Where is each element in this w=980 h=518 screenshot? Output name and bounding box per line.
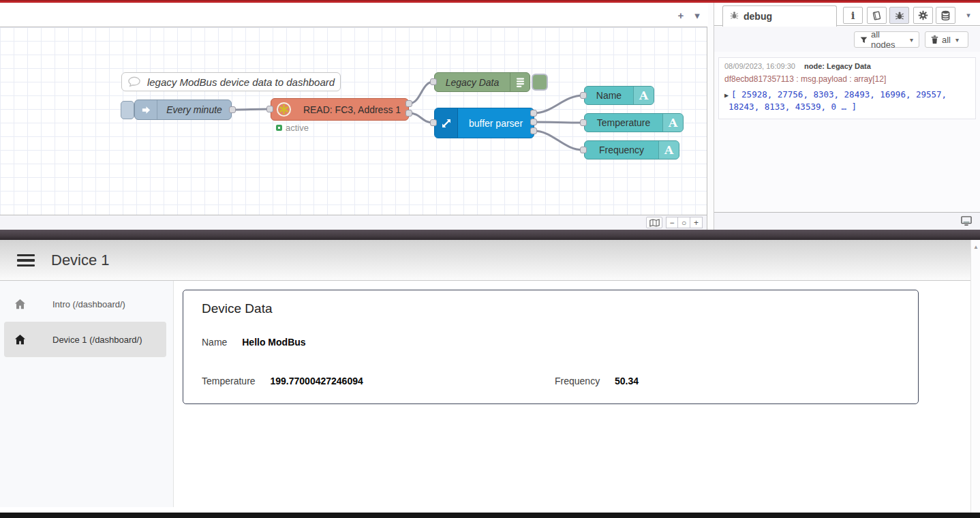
port-temperature-in[interactable] — [580, 119, 587, 126]
ui-text-label: Temperature — [585, 117, 662, 128]
window-divider — [0, 230, 980, 240]
port-parser-out3[interactable] — [530, 127, 537, 134]
port-parser-in[interactable] — [430, 119, 437, 126]
hamburger-menu-icon[interactable] — [17, 254, 35, 266]
zoom-in-button[interactable]: + — [690, 217, 703, 228]
book-icon — [872, 11, 882, 20]
payload-line2: 18243, 8133, 43539, 0 … ] — [724, 101, 970, 113]
bug-icon — [730, 11, 739, 22]
info-tab-button[interactable]: i — [843, 7, 863, 24]
bug-icon — [895, 11, 904, 20]
filter-nodes-button[interactable]: all nodes ▾ — [854, 31, 919, 48]
ui-text-node-temperature[interactable]: Temperature A — [584, 113, 684, 132]
speech-bubble-icon — [127, 76, 142, 88]
device-data-card: Device Data Name Hello ModBus Temperatur… — [183, 290, 919, 404]
message-timestamp: 08/09/2023, 16:09:30 — [724, 62, 795, 70]
dashboard-nav: Intro (/dashboard/) Device 1 (/dashboard… — [0, 281, 174, 507]
text-widget-icon: A — [633, 87, 654, 104]
clear-messages-button[interactable]: all ▾ — [925, 31, 968, 48]
comment-label: legacy ModBus device data to dashboard — [142, 76, 340, 88]
port-modbus-out1[interactable] — [405, 100, 412, 107]
nav-item-device-1[interactable]: Device 1 (/dashboard/) — [4, 322, 166, 357]
port-parser-out1[interactable] — [530, 110, 537, 117]
debug-filter-bar: all nodes ▾ all ▾ — [714, 27, 980, 52]
comment-node[interactable]: legacy ModBus device data to dashboard — [121, 72, 341, 91]
port-inject-out[interactable] — [229, 106, 236, 113]
port-frequency-in[interactable] — [580, 147, 587, 153]
field-value: 199.77000427246094 — [270, 376, 363, 386]
field-value: 50.34 — [615, 376, 639, 386]
screen: + ▾ legacy ModBus device data to dashboa… — [0, 0, 980, 518]
port-name-in[interactable] — [580, 92, 587, 99]
message-property: df8ecbd817357113 : msg.payload : array[1… — [724, 74, 970, 84]
buffer-parser-node[interactable]: buffer parser — [434, 108, 534, 138]
text-widget-icon: A — [662, 114, 683, 132]
minimap-button[interactable] — [646, 217, 662, 228]
open-debug-window-button[interactable] — [961, 216, 972, 229]
home-icon — [14, 333, 27, 346]
help-tab-button[interactable] — [867, 7, 887, 24]
port-modbus-in[interactable] — [266, 106, 273, 112]
card-title: Device Data — [202, 301, 273, 316]
debug-message-list: 08/09/2023, 16:09:30 node: Legacy Data d… — [714, 52, 980, 212]
inject-arrow-icon — [135, 100, 157, 119]
sidebar-menu-caret-icon[interactable]: ▾ — [961, 7, 976, 24]
sidebar-footer — [714, 212, 980, 230]
canvas-footer: − ○ + — [0, 215, 707, 230]
monitor-icon — [961, 216, 972, 226]
dashboard-scrollbar[interactable]: ▲ — [970, 240, 980, 513]
map-icon — [649, 219, 660, 227]
expand-arrow-icon[interactable]: ▶ — [724, 91, 729, 99]
inject-label: Every minute — [157, 104, 231, 115]
flow-canvas[interactable]: legacy ModBus device data to dashboard E… — [0, 27, 707, 215]
port-debug-in[interactable] — [430, 78, 437, 85]
ui-text-node-name[interactable]: Name A — [584, 86, 654, 105]
debug-console-icon — [510, 73, 530, 91]
home-icon — [14, 298, 27, 310]
modbus-label: READ: FC3, Address 1 — [296, 104, 408, 115]
database-icon — [941, 10, 950, 20]
field-label: Name — [202, 337, 227, 348]
ui-text-label: Name — [585, 90, 633, 101]
modbus-read-node[interactable]: READ: FC3, Address 1 — [271, 98, 409, 121]
sidebar-resize-handle[interactable] — [708, 3, 714, 230]
config-tab-button[interactable] — [913, 7, 933, 24]
message-source-node: node: Legacy Data — [804, 62, 871, 70]
workspace-tabbar: + ▾ — [0, 3, 707, 27]
zoom-out-button[interactable]: − — [666, 217, 678, 228]
expand-arrows-icon — [435, 108, 458, 138]
funnel-icon — [860, 36, 868, 44]
scroll-up-arrow-icon[interactable]: ▲ — [971, 244, 980, 250]
field-name: Name Hello ModBus — [202, 337, 306, 348]
zoom-reset-button[interactable]: ○ — [678, 217, 690, 228]
gear-icon — [918, 10, 928, 20]
tab-debug[interactable]: debug — [722, 5, 837, 27]
text-widget-icon: A — [658, 141, 679, 159]
nav-item-intro[interactable]: Intro (/dashboard/) — [4, 286, 166, 322]
debug-node[interactable]: Legacy Data — [434, 72, 530, 92]
ui-text-node-frequency[interactable]: Frequency A — [584, 140, 679, 159]
field-frequency: Frequency 50.34 — [555, 376, 639, 386]
inject-node[interactable]: Every minute — [134, 100, 232, 120]
debug-sidebar: debug i ▾ — [714, 3, 980, 230]
ui-text-label: Frequency — [585, 144, 658, 155]
filter-nodes-label: all nodes — [871, 29, 905, 50]
caret-down-icon: ▾ — [955, 36, 959, 44]
context-tab-button[interactable] — [936, 7, 955, 24]
sidebar-header: debug i ▾ — [714, 3, 980, 26]
dashboard-window: Device 1 Intro (/dashboard/) Device 1 (/… — [0, 240, 980, 513]
modbus-icon — [271, 102, 296, 117]
flow-list-caret-icon[interactable]: ▾ — [690, 9, 705, 22]
debug-node-label: Legacy Data — [435, 77, 510, 88]
debug-enable-toggle[interactable] — [532, 74, 548, 91]
add-flow-button[interactable]: + — [673, 9, 688, 22]
debug-tab-button[interactable] — [889, 7, 909, 24]
port-modbus-out2[interactable] — [405, 110, 412, 117]
caret-down-icon: ▾ — [910, 36, 913, 44]
inject-trigger-button[interactable] — [121, 101, 134, 119]
trash-icon — [931, 35, 938, 44]
status-text: active — [286, 123, 309, 133]
modbus-status: active — [276, 123, 309, 133]
payload-line1: [ 25928, 27756, 8303, 28493, 16996, 2955… — [731, 89, 947, 100]
port-parser-out2[interactable] — [530, 119, 537, 125]
